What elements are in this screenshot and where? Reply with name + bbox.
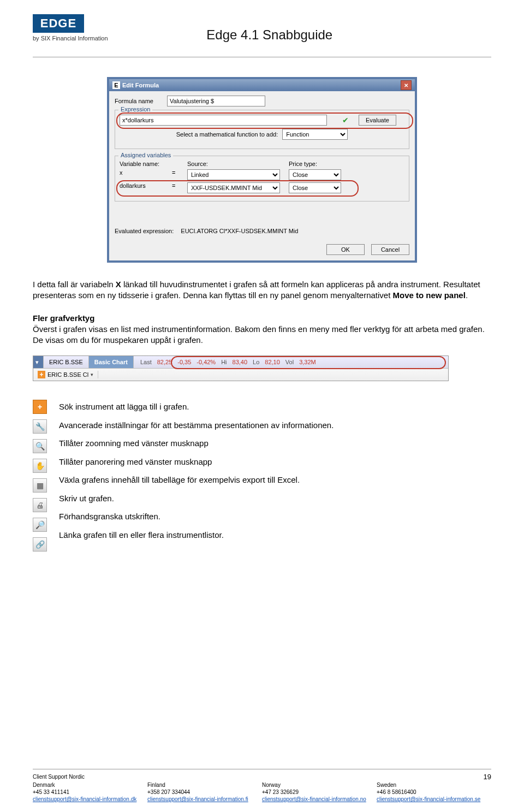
tool-desc: Växla grafens innehåll till tabelläge fö… xyxy=(59,475,334,485)
variable-row: dollarkurs = XXF-USDSEK.MMINT Mid Close xyxy=(120,182,404,193)
footer-email-link[interactable]: clienstsupport@six-financial-information… xyxy=(262,796,366,802)
col-header-source: Source: xyxy=(187,161,289,167)
dialog-title: Edit Formula xyxy=(122,82,159,88)
var-name: dollarkurs xyxy=(120,182,172,193)
logo-byline: by SIX Financial Information xyxy=(33,35,108,42)
page-footer: Client Support Nordic 19 Denmark Finland… xyxy=(33,769,491,802)
footer-email-link[interactable]: clienstsupport@six-financial-information… xyxy=(147,796,248,802)
footer-email-link[interactable]: clienstsupport@six-financial-information… xyxy=(33,796,136,802)
ok-button[interactable]: OK xyxy=(326,244,365,255)
page-title: Edge 4.1 Snabbguide xyxy=(108,27,431,43)
instrument-tab[interactable]: ERIC B.SSE xyxy=(44,356,89,368)
variable-row: x = Linked Close xyxy=(120,169,404,180)
cancel-button[interactable]: Cancel xyxy=(371,244,409,255)
evaluated-label: Evaluated expression: xyxy=(115,228,174,234)
pan-hand-icon[interactable]: ✋ xyxy=(33,459,47,473)
footer-support-title: Client Support Nordic xyxy=(33,774,85,780)
paragraph-1: I detta fall är variabeln X länkad till … xyxy=(33,279,491,301)
chevron-down-icon[interactable]: ▾ xyxy=(91,372,93,377)
formula-name-input[interactable] xyxy=(167,96,265,106)
logo: EDGE xyxy=(33,14,84,33)
footer-country: Sweden xyxy=(377,782,491,788)
expression-input[interactable] xyxy=(120,115,327,126)
header-divider xyxy=(33,57,491,57)
footer-country: Finland xyxy=(147,782,262,788)
add-instrument-icon[interactable]: + xyxy=(33,400,47,414)
evaluated-value: EUCI.ATORG Cl*XXF-USDSEK.MMINT Mid xyxy=(181,228,298,234)
link-icon[interactable]: 🔗 xyxy=(33,537,47,552)
settings-icon[interactable]: 🔧 xyxy=(33,419,47,434)
quote-strip: Last82,25 -0,35-0,42% Hi83,40 Lo82,10 Vo… xyxy=(134,359,323,365)
basic-chart-tab[interactable]: Basic Chart xyxy=(89,356,134,368)
tool-desc: Tillåter panorering med vänster musknapp xyxy=(59,457,334,467)
print-preview-icon[interactable]: 🔎 xyxy=(33,518,47,532)
function-prompt: Select a mathematical function to add: xyxy=(176,131,278,138)
paragraph-2: Överst i grafen visas en list med instru… xyxy=(33,324,491,346)
col-header-price: Price type: xyxy=(289,161,349,167)
col-header-variable: Variable name: xyxy=(120,161,172,167)
tool-desc: Förhandsgranska utskriften. xyxy=(59,511,334,522)
expression-legend: Expression xyxy=(118,106,152,112)
footer-phone: +358 207 334044 xyxy=(147,789,262,795)
var-source-select[interactable]: Linked xyxy=(187,169,280,180)
assigned-legend: Assigned variables xyxy=(118,152,173,158)
footer-phone: +46 8 58616400 xyxy=(377,789,491,795)
var-price-select[interactable]: Close xyxy=(289,182,341,193)
var-name: x xyxy=(120,169,172,180)
tool-desc: Avancerade inställningar för att bestämm… xyxy=(59,420,334,431)
edit-formula-dialog: EEdit Formula ✕ Formula name Expression … xyxy=(107,77,417,263)
footer-phone: +47 23 326629 xyxy=(262,789,377,795)
var-price-select[interactable]: Close xyxy=(289,169,341,180)
chart-header-bar: ▾ ERIC B.SSE Basic Chart Last82,25 -0,35… xyxy=(33,355,449,381)
dialog-titlebar: EEdit Formula ✕ xyxy=(109,79,415,91)
table-mode-icon[interactable]: ▦ xyxy=(33,478,47,493)
evaluate-button[interactable]: Evaluate xyxy=(359,115,396,126)
page-number: 19 xyxy=(484,773,491,781)
tool-desc: Sök instrument att lägga till i grafen. xyxy=(59,401,334,412)
check-icon: ✔ xyxy=(342,116,349,125)
dropdown-arrow-icon[interactable]: ▾ xyxy=(33,356,44,368)
function-select[interactable]: Function xyxy=(282,129,348,140)
tool-desc: Länka grafen till en eller flera instrum… xyxy=(59,530,334,541)
print-icon[interactable]: 🖨 xyxy=(33,498,47,512)
plus-icon[interactable]: + xyxy=(38,371,45,378)
tool-desc: Tillåter zoomning med vänster musknapp xyxy=(59,438,334,449)
zoom-icon[interactable]: 🔍 xyxy=(33,439,47,453)
footer-email-link[interactable]: clienstsupport@six-financial-information… xyxy=(377,796,480,802)
var-source-select[interactable]: XXF-USDSEK.MMINT Mid xyxy=(187,182,280,193)
footer-country: Denmark xyxy=(33,782,147,788)
tool-icon-list: + 🔧 🔍 ✋ ▦ 🖨 🔎 🔗 Sök instrument att lägga… xyxy=(33,400,491,552)
section-heading: Fler grafverktyg xyxy=(33,313,491,323)
close-icon[interactable]: ✕ xyxy=(401,80,412,90)
logo-block: EDGE by SIX Financial Information xyxy=(33,14,108,42)
tool-desc: Skriv ut grafen. xyxy=(59,493,334,504)
dialog-icon: E xyxy=(112,81,120,89)
formula-name-label: Formula name xyxy=(115,98,167,104)
footer-phone: +45 33 411141 xyxy=(33,789,147,795)
footer-country: Norway xyxy=(262,782,377,788)
add-instrument-field[interactable]: ERIC B.SSE Cl xyxy=(47,371,88,378)
